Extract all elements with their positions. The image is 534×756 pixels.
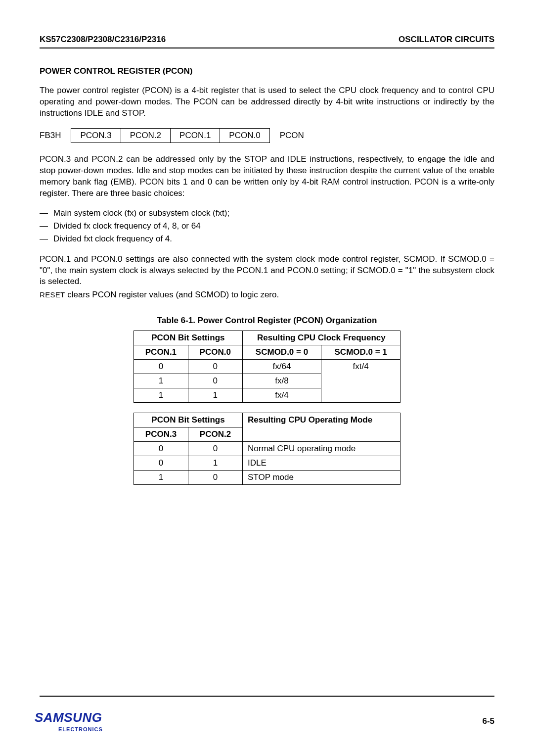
table-cell: 0 bbox=[188, 360, 242, 374]
table-cell: 0 bbox=[188, 471, 243, 485]
table-cell: fxt/4 bbox=[321, 360, 400, 403]
table-row: 0 0 fx/64 fxt/4 bbox=[134, 360, 400, 374]
table-cell: 0 bbox=[134, 456, 188, 471]
paragraph-intro: The power control register (PCON) is a 4… bbox=[40, 85, 494, 119]
list-item: —Main system clock (fx) or subsystem clo… bbox=[40, 208, 494, 218]
register-name: PCON bbox=[280, 131, 304, 141]
table-header: Resulting CPU Operating Mode bbox=[243, 413, 400, 442]
samsung-electronics-text: ELECTRONICS bbox=[58, 726, 103, 732]
table-subheader: PCON.0 bbox=[188, 345, 242, 360]
bullet-text: Divided fx clock frequency of 4, 8, or 6… bbox=[53, 221, 201, 231]
table-cell: 1 bbox=[134, 471, 188, 485]
table-cell: 0 bbox=[134, 360, 188, 374]
table-cell: 0 bbox=[134, 442, 188, 456]
section-title: POWER CONTROL REGISTER (PCON) bbox=[40, 66, 494, 76]
table-caption: Table 6-1. Power Control Register (PCON)… bbox=[40, 316, 494, 326]
list-item: —Divided fxt clock frequency of 4. bbox=[40, 234, 494, 244]
table-row: 1 0 STOP mode bbox=[134, 471, 400, 485]
footer-rule bbox=[40, 696, 494, 697]
table-cell: 0 bbox=[188, 442, 243, 456]
register-bit-0: PCON.0 bbox=[220, 129, 269, 142]
bullet-text: Main system clock (fx) or subsystem cloc… bbox=[53, 208, 229, 218]
register-bit-1: PCON.1 bbox=[171, 129, 220, 142]
list-item: —Divided fx clock frequency of 4, 8, or … bbox=[40, 221, 494, 231]
paragraph-reset: RESET clears PCON register values (and S… bbox=[40, 289, 494, 301]
table-pcon-clock: PCON Bit Settings Resulting CPU Clock Fr… bbox=[134, 331, 400, 403]
page-header: KS57C2308/P2308/C2316/P2316 OSCILLATOR C… bbox=[40, 35, 494, 48]
bullet-text: Divided fxt clock frequency of 4. bbox=[53, 234, 172, 244]
table-cell: 1 bbox=[134, 374, 188, 388]
header-left: KS57C2308/P2308/C2316/P2316 bbox=[40, 35, 166, 45]
page-number: 6-5 bbox=[482, 716, 494, 726]
table-header: Resulting CPU Clock Frequency bbox=[242, 331, 400, 345]
table-subheader: PCON.2 bbox=[188, 427, 243, 442]
register-bit-2: PCON.2 bbox=[121, 129, 171, 142]
table-cell: fx/4 bbox=[242, 388, 321, 403]
table-subheader: SCMOD.0 = 0 bbox=[242, 345, 321, 360]
table-cell: 0 bbox=[188, 374, 242, 388]
table-row: 0 0 Normal CPU operating mode bbox=[134, 442, 400, 456]
bullet-dash-icon: — bbox=[40, 234, 53, 244]
table-subheader: PCON.3 bbox=[134, 427, 188, 442]
table-pcon-mode: PCON Bit Settings Resulting CPU Operatin… bbox=[134, 413, 400, 485]
register-bit-3: PCON.3 bbox=[71, 129, 121, 142]
table-cell: 1 bbox=[188, 456, 243, 471]
table-cell: Normal CPU operating mode bbox=[243, 442, 400, 456]
bullet-dash-icon: — bbox=[40, 221, 53, 231]
table-header: PCON Bit Settings bbox=[134, 413, 243, 427]
samsung-logo: SAMSUNG bbox=[35, 710, 103, 725]
table-cell: 1 bbox=[188, 388, 242, 403]
table-cell: IDLE bbox=[243, 456, 400, 471]
register-bits: PCON.3 PCON.2 PCON.1 PCON.0 bbox=[71, 128, 269, 143]
table-cell: fx/8 bbox=[242, 374, 321, 388]
table-subheader: SCMOD.0 = 1 bbox=[321, 345, 400, 360]
paragraph-pcon32: PCON.3 and PCON.2 can be addressed only … bbox=[40, 154, 494, 199]
reset-smallcaps: RESET bbox=[40, 290, 65, 299]
table-cell: STOP mode bbox=[243, 471, 400, 485]
table-header: PCON Bit Settings bbox=[134, 331, 243, 345]
footer-logo: SAMSUNG ELECTRONICS bbox=[35, 710, 103, 732]
register-address: FB3H bbox=[40, 131, 61, 141]
table-subheader: PCON.1 bbox=[134, 345, 188, 360]
reset-remainder: clears PCON register values (and SCMOD) … bbox=[65, 290, 279, 299]
table-row: 0 1 IDLE bbox=[134, 456, 400, 471]
table-cell: fx/64 bbox=[242, 360, 321, 374]
register-diagram: FB3H PCON.3 PCON.2 PCON.1 PCON.0 PCON bbox=[40, 128, 494, 143]
bullet-dash-icon: — bbox=[40, 208, 53, 218]
header-right: OSCILLATOR CIRCUITS bbox=[399, 35, 494, 45]
table-cell: 1 bbox=[134, 388, 188, 403]
bullet-list: —Main system clock (fx) or subsystem clo… bbox=[40, 208, 494, 244]
paragraph-pcon10: PCON.1 and PCON.0 settings are also conn… bbox=[40, 254, 494, 288]
